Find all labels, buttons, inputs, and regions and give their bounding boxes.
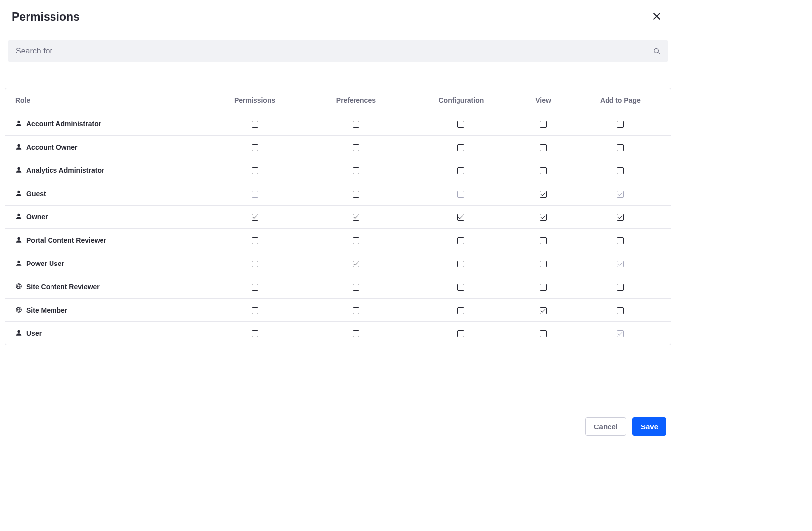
checkbox-configuration[interactable] <box>457 214 464 221</box>
permissions-table: RolePermissionsPreferencesConfigurationV… <box>5 88 671 345</box>
svg-point-7 <box>17 190 20 193</box>
checkbox-permissions[interactable] <box>252 261 258 267</box>
checkbox-permissions[interactable] <box>252 144 258 151</box>
permission-cell <box>570 136 671 159</box>
permission-cell <box>516 159 570 182</box>
permission-cell <box>570 275 671 299</box>
checkbox-view[interactable] <box>540 330 547 337</box>
role-label: Power User <box>26 260 64 267</box>
checkbox-preferences[interactable] <box>353 330 359 337</box>
checkbox-configuration[interactable] <box>457 261 464 267</box>
dialog-title: Permissions <box>12 10 80 24</box>
checkbox-configuration[interactable] <box>457 284 464 291</box>
role-name: User <box>15 329 42 338</box>
permission-cell <box>570 322 671 345</box>
checkbox-configuration[interactable] <box>457 167 464 174</box>
role-name: Power User <box>15 260 64 268</box>
table-row: Guest <box>5 182 671 206</box>
checkbox-view[interactable] <box>540 144 547 151</box>
checkbox-preferences[interactable] <box>353 307 359 314</box>
checkbox-preferences[interactable] <box>353 261 359 267</box>
permission-cell <box>306 229 406 252</box>
permission-cell <box>203 322 306 345</box>
svg-point-5 <box>17 144 20 146</box>
checkbox-permissions[interactable] <box>252 121 258 128</box>
checkbox-view[interactable] <box>540 167 547 174</box>
role-label: Site Content Reviewer <box>26 283 100 291</box>
checkbox-configuration[interactable] <box>457 144 464 151</box>
column-header: Role <box>5 88 203 112</box>
checkbox-add-to-page[interactable] <box>617 167 624 174</box>
role-label: Owner <box>26 213 48 221</box>
permission-cell <box>406 206 517 229</box>
dialog-footer: Cancel Save <box>0 411 676 442</box>
checkbox-view[interactable] <box>540 237 547 244</box>
checkbox-preferences[interactable] <box>353 214 359 221</box>
checkbox-add-to-page[interactable] <box>617 144 624 151</box>
permission-cell <box>406 159 517 182</box>
permission-cell <box>570 229 671 252</box>
checkbox-add-to-page[interactable] <box>617 121 624 128</box>
checkbox-add-to-page <box>617 330 624 337</box>
permission-cell <box>203 275 306 299</box>
checkbox-preferences[interactable] <box>353 284 359 291</box>
table-row: Analytics Administrator <box>5 159 671 182</box>
permission-cell <box>306 322 406 345</box>
cancel-button[interactable]: Cancel <box>585 417 626 436</box>
close-button[interactable] <box>649 9 664 25</box>
checkbox-add-to-page <box>617 261 624 267</box>
checkbox-view[interactable] <box>540 284 547 291</box>
search-icon[interactable] <box>651 47 662 55</box>
save-button[interactable]: Save <box>632 417 666 436</box>
table-row: Portal Content Reviewer <box>5 229 671 252</box>
checkbox-add-to-page[interactable] <box>617 307 624 314</box>
column-header: View <box>516 88 570 112</box>
checkbox-permissions[interactable] <box>252 214 258 221</box>
checkbox-preferences[interactable] <box>353 121 359 128</box>
checkbox-permissions[interactable] <box>252 284 258 291</box>
checkbox-preferences[interactable] <box>353 167 359 174</box>
role-label: Analytics Administrator <box>26 166 104 174</box>
checkbox-preferences[interactable] <box>353 237 359 244</box>
checkbox-permissions[interactable] <box>252 330 258 337</box>
checkbox-configuration[interactable] <box>457 307 464 314</box>
checkbox-add-to-page[interactable] <box>617 237 624 244</box>
checkbox-view[interactable] <box>540 307 547 314</box>
svg-point-10 <box>17 260 20 263</box>
checkbox-configuration[interactable] <box>457 237 464 244</box>
permission-cell <box>516 299 570 322</box>
role-cell: Account Owner <box>5 136 203 159</box>
checkbox-permissions[interactable] <box>252 307 258 314</box>
permission-cell <box>406 322 517 345</box>
checkbox-view[interactable] <box>540 121 547 128</box>
permission-cell <box>203 136 306 159</box>
checkbox-view[interactable] <box>540 261 547 267</box>
permission-cell <box>203 159 306 182</box>
checkbox-configuration[interactable] <box>457 121 464 128</box>
permission-cell <box>406 275 517 299</box>
checkbox-view[interactable] <box>540 191 547 198</box>
permission-cell <box>570 206 671 229</box>
checkbox-add-to-page[interactable] <box>617 214 624 221</box>
svg-point-13 <box>17 330 20 332</box>
permission-cell <box>516 206 570 229</box>
svg-point-8 <box>17 213 20 216</box>
checkbox-configuration[interactable] <box>457 330 464 337</box>
permission-cell <box>570 159 671 182</box>
role-cell: Site Content Reviewer <box>5 275 203 299</box>
role-name: Analytics Administrator <box>15 166 104 175</box>
role-label: Account Administrator <box>26 120 101 128</box>
checkbox-view[interactable] <box>540 214 547 221</box>
checkbox-permissions[interactable] <box>252 167 258 174</box>
checkbox-permissions[interactable] <box>252 237 258 244</box>
permission-cell <box>306 252 406 275</box>
role-cell: Site Member <box>5 299 203 322</box>
search-input[interactable] <box>16 47 651 55</box>
checkbox-add-to-page[interactable] <box>617 284 624 291</box>
table-row: Site Content Reviewer <box>5 275 671 299</box>
checkbox-preferences[interactable] <box>353 144 359 151</box>
role-cell: Power User <box>5 252 203 275</box>
dialog-header: Permissions <box>0 0 676 34</box>
checkbox-preferences[interactable] <box>353 191 359 198</box>
user-icon <box>15 120 22 128</box>
